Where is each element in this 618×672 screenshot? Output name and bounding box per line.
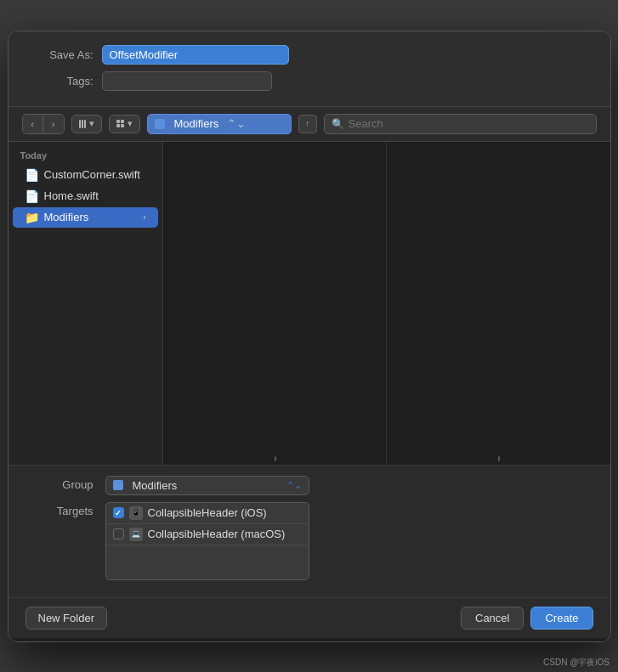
targets-empty-space — [106, 545, 309, 579]
save-dialog: Save As: Tags: ‹ › ▾ — [8, 31, 611, 642]
tags-input[interactable] — [102, 71, 272, 91]
grid-view-button[interactable]: ▾ — [109, 115, 140, 133]
grid-view-icon — [116, 120, 124, 127]
forward-button[interactable]: › — [43, 115, 64, 133]
sidebar-item-home[interactable]: 📄 Home.swift — [13, 186, 158, 206]
sidebar-item-label: Modifiers — [44, 211, 138, 223]
column-view-button[interactable]: ▾ — [71, 115, 102, 133]
save-as-label: Save As: — [26, 48, 94, 61]
sidebar-item-modifiers[interactable]: 📁 Modifiers › — [13, 207, 158, 228]
toolbar: ‹ › ▾ ▾ Modifiers ⌃⌄ — [9, 107, 610, 142]
target-name-macos: CollapsibleHeader (macOS) — [148, 528, 286, 540]
tags-label: Tags: — [26, 75, 94, 88]
nav-group: ‹ › — [22, 114, 65, 134]
sidebar-section-header: Today — [9, 145, 162, 164]
create-button[interactable]: Create — [530, 607, 592, 630]
watermark-bar: CSDN @宇夜iOS — [9, 638, 610, 641]
targets-label: Targets — [26, 502, 94, 517]
tags-row: Tags: — [26, 71, 593, 91]
target-item-ios[interactable]: ✓ 📱 CollapsibleHeader (iOS) — [106, 503, 309, 524]
target-item-macos[interactable]: 💻 CollapsibleHeader (macOS) — [106, 524, 309, 545]
grid-view-chevron: ▾ — [128, 118, 133, 129]
up-directory-button[interactable]: ↑ — [298, 115, 317, 133]
column-view-icon — [79, 120, 86, 128]
target-checkbox-macos[interactable] — [113, 528, 124, 539]
group-value: Modifiers — [133, 479, 178, 492]
column-pane-1 — [163, 142, 387, 465]
group-select-chevron: ⌃⌄ — [286, 480, 302, 491]
target-name-ios: CollapsibleHeader (iOS) — [148, 506, 267, 519]
save-as-row: Save As: — [26, 45, 593, 65]
column-pane-2 — [387, 142, 609, 465]
group-label: Group — [26, 476, 94, 491]
location-folder-icon — [155, 119, 165, 129]
folder-icon: 📁 — [25, 211, 38, 224]
sidebar-item-label: CustomCorner.swift — [44, 168, 146, 181]
location-dropdown-arrow: ⌃⌄ — [227, 117, 246, 130]
chevron-right-icon: › — [143, 212, 145, 222]
content-area: Today 📄 CustomCorner.swift 📄 Home.swift … — [9, 142, 610, 465]
resize-handle-1 — [275, 456, 276, 461]
group-folder-icon — [113, 480, 123, 490]
target-checkbox-ios[interactable]: ✓ — [113, 507, 124, 518]
sidebar-item-customcorner[interactable]: 📄 CustomCorner.swift — [13, 165, 158, 185]
bottom-buttons-area: New Folder Cancel Create — [9, 597, 610, 638]
target-app-icon-ios: 📱 — [129, 506, 143, 520]
right-buttons: Cancel Create — [461, 607, 593, 630]
targets-row: Targets ✓ 📱 CollapsibleHeader (iOS) 💻 — [26, 502, 593, 580]
targets-list: ✓ 📱 CollapsibleHeader (iOS) 💻 Collapsibl… — [105, 502, 309, 580]
column-view-chevron: ▾ — [89, 118, 94, 129]
group-select[interactable]: Modifiers ⌃⌄ — [105, 476, 309, 495]
main-columns — [163, 142, 610, 465]
location-bar[interactable]: Modifiers ⌃⌄ — [147, 114, 292, 134]
sidebar: Today 📄 CustomCorner.swift 📄 Home.swift … — [9, 142, 163, 465]
location-label: Modifiers — [174, 117, 219, 130]
search-input[interactable] — [349, 117, 589, 130]
file-icon: 📄 — [25, 168, 38, 182]
checkmark-icon: ✓ — [115, 509, 122, 517]
sidebar-item-label: Home.swift — [44, 189, 146, 202]
file-icon: 📄 — [25, 189, 38, 203]
search-box: 🔍 — [324, 114, 597, 134]
target-app-icon-macos: 💻 — [129, 528, 143, 541]
new-folder-button[interactable]: New Folder — [26, 607, 107, 630]
save-as-input[interactable] — [102, 45, 289, 65]
back-button[interactable]: ‹ — [23, 115, 43, 133]
group-row: Group Modifiers ⌃⌄ — [26, 476, 593, 495]
header-area: Save As: Tags: — [9, 31, 610, 107]
search-icon: 🔍 — [332, 118, 344, 130]
cancel-button[interactable]: Cancel — [461, 607, 524, 630]
resize-handle-2 — [498, 456, 500, 461]
footer-area: Group Modifiers ⌃⌄ Targets ✓ 📱 Collapsib… — [9, 465, 610, 597]
